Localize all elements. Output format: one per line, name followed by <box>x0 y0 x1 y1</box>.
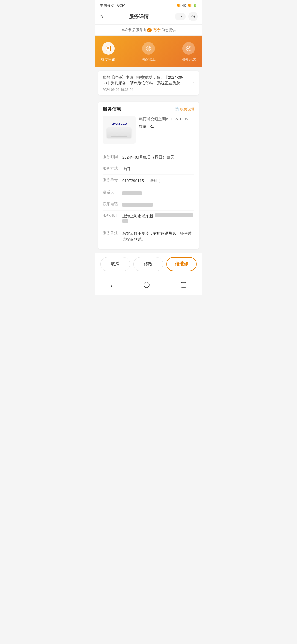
whirlpool-logo: Whirlpool <box>111 122 127 126</box>
product-name: 惠而浦变频空调ISH-35FE1W <box>139 116 194 122</box>
address-blurred-2: ██ <box>122 219 128 223</box>
step-complete: 服务完成 <box>181 42 197 62</box>
svg-point-8 <box>144 282 149 288</box>
battery-icon: 🔋 <box>193 4 197 7</box>
home-nav-button[interactable] <box>138 280 155 291</box>
label-time: 服务时间： <box>103 154 122 160</box>
value-phone: ████████████ <box>122 202 194 208</box>
label-phone: 联系电话： <box>103 202 122 208</box>
provider-icon: ⚙ <box>147 28 152 32</box>
order-number: 9197390115 <box>122 178 144 184</box>
provider-banner: 本次售后服务由 ⚙ 苏宁 为您提供 <box>95 25 202 36</box>
svg-rect-9 <box>181 282 186 287</box>
step-3-label: 服务完成 <box>182 57 196 62</box>
ac-image <box>107 127 131 138</box>
provider-brand: 苏宁 <box>153 28 161 32</box>
notification-title: 您的【维修】申请已提交成功，预计【2024-09-08】为您服务，请您耐心等待，… <box>103 75 190 86</box>
value-address: 上海上海市浦东新 █████████████████████ ██ <box>122 213 194 225</box>
carrier-time: 中国移动 6:34 <box>100 3 126 8</box>
cancel-button[interactable]: 取消 <box>100 257 130 271</box>
progress-section: 提交申请 网点派工 <box>95 36 202 67</box>
value-method: 上门 <box>122 166 194 172</box>
recent-button[interactable] <box>175 281 192 291</box>
progress-steps: 提交申请 网点派工 <box>100 42 197 62</box>
section-header: 服务信息 📄 收费说明 <box>103 106 194 112</box>
label-contact: 联系人： <box>103 190 122 196</box>
contact-blurred: ████ <box>122 191 142 195</box>
qty-value: x1 <box>150 124 154 129</box>
back-button[interactable]: ‹ <box>105 280 118 291</box>
bottom-buttons: 取消 修改 催维修 <box>95 253 202 277</box>
product-qty: 数量 x1 <box>139 124 194 129</box>
address-text: 上海上海市浦东新 <box>122 214 153 218</box>
fee-link[interactable]: 📄 收费说明 <box>174 107 194 112</box>
service-section: 服务信息 📄 收费说明 Whirlpool 惠而浦变频空调ISH-35FE1W … <box>98 102 199 249</box>
home-button[interactable]: ⌂ <box>99 13 103 20</box>
nav-bar: ‹ <box>95 277 202 295</box>
step-3-circle <box>182 42 195 55</box>
info-row-address: 服务地址： 上海上海市浦东新 █████████████████████ ██ <box>103 211 194 228</box>
page-title: 服务详情 <box>103 13 175 20</box>
signal-text: 4G <box>182 4 186 7</box>
svg-rect-0 <box>106 46 111 51</box>
step-1-circle <box>102 42 115 55</box>
info-row-phone: 联系电话： ████████████ <box>103 199 194 211</box>
value-time: 2024年09月08日（周日）白天 <box>122 154 194 160</box>
notification-arrow-icon: › <box>193 81 194 86</box>
header: ⌂ 服务详情 ··· ⊙ <box>95 10 202 25</box>
info-row-method: 服务方式： 上门 <box>103 163 194 175</box>
step-2-circle <box>142 42 155 55</box>
info-row-remark: 服务备注： 顾客反馈不制冷，有时候是热风，师傅过去提前联系。 <box>103 228 194 245</box>
header-actions: ··· ⊙ <box>175 12 198 21</box>
label-method: 服务方式： <box>103 166 122 172</box>
info-row-contact: 联系人： ████ <box>103 187 194 199</box>
fee-link-text: 收费说明 <box>180 107 194 112</box>
product-card: Whirlpool 惠而浦变频空调ISH-35FE1W 数量 x1 <box>103 116 194 148</box>
wifi-icon: 📶 <box>177 4 181 7</box>
info-row-order: 服务单号： 9197390115 复制 <box>103 175 194 187</box>
status-icons: 📶 4G 📶 🔋 <box>177 4 197 7</box>
step-2-label: 网点派工 <box>141 57 156 62</box>
urge-button[interactable]: 催维修 <box>166 257 197 271</box>
notification-content: 您的【维修】申请已提交成功，预计【2024-09-08】为您服务，请您耐心等待，… <box>103 75 190 92</box>
svg-point-5 <box>148 48 150 50</box>
value-contact: ████ <box>122 190 194 196</box>
copy-button[interactable]: 复制 <box>147 178 160 184</box>
address-blurred: █████████████████████ <box>155 213 193 217</box>
fee-link-icon: 📄 <box>174 107 179 111</box>
status-bar: 中国移动 6:34 📶 4G 📶 🔋 <box>95 0 202 10</box>
step-1-label: 提交申请 <box>101 57 116 62</box>
product-image: Whirlpool <box>103 116 136 144</box>
notification-card[interactable]: 您的【维修】申请已提交成功，预计【2024-09-08】为您服务，请您耐心等待，… <box>98 71 199 95</box>
label-address: 服务地址： <box>103 213 122 225</box>
section-title: 服务信息 <box>103 106 121 112</box>
value-order: 9197390115 复制 <box>122 178 194 184</box>
step-dispatch: 网点派工 <box>141 42 156 62</box>
scan-button[interactable]: ⊙ <box>188 12 198 21</box>
notification-time: 2024-09-06 19:33:04 <box>103 88 190 92</box>
product-info: 惠而浦变频空调ISH-35FE1W 数量 x1 <box>139 116 194 129</box>
step-submit: 提交申请 <box>100 42 116 62</box>
step-line-2 <box>156 49 181 49</box>
modify-button[interactable]: 修改 <box>133 257 163 271</box>
more-button[interactable]: ··· <box>175 13 186 20</box>
step-line-1 <box>116 49 141 49</box>
phone-blurred: ████████████ <box>122 203 153 207</box>
label-order: 服务单号： <box>103 178 122 184</box>
value-remark: 顾客反馈不制冷，有时候是热风，师傅过去提前联系。 <box>122 231 194 242</box>
info-row-time: 服务时间： 2024年09月08日（周日）白天 <box>103 152 194 163</box>
label-remark: 服务备注： <box>103 231 122 242</box>
signal-bars-icon: 📶 <box>188 4 192 7</box>
